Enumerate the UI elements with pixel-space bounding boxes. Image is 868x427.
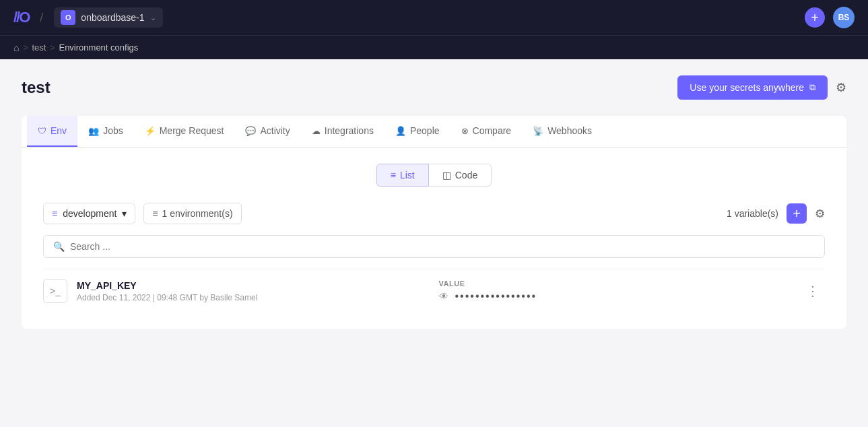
list-view-label: List	[400, 170, 415, 180]
var-more-button[interactable]: ⋮	[801, 280, 825, 302]
env-count-label: 1 environment(s)	[162, 208, 233, 219]
page-header-actions: Use your secrets anywhere ⧉ ⚙	[677, 75, 846, 100]
tab-compare[interactable]: ⊗ Compare	[450, 116, 523, 147]
breadcrumb-current: Environment configs	[59, 42, 138, 53]
jobs-tab-label: Jobs	[103, 125, 123, 136]
nav-divider: /	[40, 11, 43, 25]
tab-jobs[interactable]: 👥 Jobs	[77, 116, 134, 147]
activity-tab-icon: 💬	[245, 126, 256, 136]
page-title: test	[22, 78, 51, 97]
logo-icon: //O	[13, 9, 29, 26]
env-count-icon: ≡	[152, 208, 158, 219]
org-name: onboardbase-1	[81, 12, 144, 23]
env-tab-icon: 🛡	[38, 126, 46, 136]
toolbar-left: ≡ development ▾ ≡ 1 environment(s)	[43, 203, 242, 224]
page-header: test Use your secrets anywhere ⧉ ⚙	[22, 75, 846, 100]
add-variable-button[interactable]: +	[787, 203, 807, 224]
search-bar: 🔍	[43, 235, 825, 258]
env-count: ≡ 1 environment(s)	[143, 203, 241, 224]
search-input[interactable]	[70, 241, 815, 252]
environment-name: development	[63, 208, 116, 219]
home-icon[interactable]: ⌂	[13, 42, 19, 53]
breadcrumb: ⌂ > test > Environment configs	[0, 35, 868, 59]
use-secrets-label: Use your secrets anywhere	[690, 82, 804, 93]
toolbar-right: 1 variable(s) + ⚙	[727, 203, 825, 224]
var-info: MY_API_KEY Added Dec 11, 2022 | 09:48 GM…	[77, 280, 439, 302]
integrations-tab-icon: ☁	[312, 126, 321, 136]
user-avatar[interactable]: BS	[833, 7, 855, 28]
var-name: MY_API_KEY	[77, 280, 439, 291]
top-nav: //O / O onboardbase-1 ⌄ + BS	[0, 0, 868, 35]
list-view-button[interactable]: ≡ List	[376, 164, 429, 187]
webhooks-tab-label: Webhooks	[547, 125, 592, 136]
org-selector[interactable]: O onboardbase-1 ⌄	[54, 7, 162, 28]
webhooks-tab-icon: 📡	[533, 126, 543, 136]
tab-webhooks[interactable]: 📡 Webhooks	[522, 116, 603, 147]
integrations-tab-label: Integrations	[325, 125, 374, 136]
code-view-label: Code	[455, 170, 477, 180]
tab-merge-request[interactable]: ⚡ Merge Request	[134, 116, 235, 147]
tab-activity[interactable]: 💬 Activity	[234, 116, 300, 147]
env-stack-icon: ≡	[52, 208, 57, 219]
people-tab-label: People	[410, 125, 440, 136]
page-settings-icon[interactable]: ⚙	[836, 80, 846, 95]
env-tab-label: Env	[51, 125, 67, 136]
breadcrumb-sep-2: >	[50, 43, 55, 53]
var-value-label: VALUE	[439, 280, 801, 288]
toolbar-row: ≡ development ▾ ≡ 1 environment(s) 1 var…	[43, 203, 825, 224]
compare-tab-icon: ⊗	[461, 126, 469, 136]
people-tab-icon: 👤	[395, 126, 406, 136]
activity-tab-label: Activity	[260, 125, 290, 136]
main-content: test Use your secrets anywhere ⧉ ⚙ 🛡 Env…	[0, 59, 868, 427]
tab-env[interactable]: 🛡 Env	[27, 116, 77, 147]
env-chevron-icon: ▾	[122, 208, 127, 219]
code-view-button[interactable]: ◫ Code	[429, 164, 492, 187]
logo: //O	[13, 9, 29, 26]
use-secrets-button[interactable]: Use your secrets anywhere ⧉	[677, 75, 828, 100]
breadcrumb-link-test[interactable]: test	[32, 42, 46, 53]
toolbar-settings-icon[interactable]: ⚙	[815, 207, 825, 221]
jobs-tab-icon: 👥	[88, 126, 99, 136]
var-value-dots: ••••••••••••••••	[455, 290, 537, 302]
var-value-section: VALUE 👁 ••••••••••••••••	[439, 280, 801, 302]
add-button[interactable]: +	[805, 7, 825, 28]
table-row: >_ MY_API_KEY Added Dec 11, 2022 | 09:48…	[43, 269, 825, 313]
tab-people[interactable]: 👤 People	[385, 116, 450, 147]
environment-dropdown[interactable]: ≡ development ▾	[43, 203, 135, 224]
tabs-bar: 🛡 Env 👥 Jobs ⚡ Merge Request 💬 Activity …	[22, 116, 846, 147]
org-chevron-icon: ⌄	[150, 13, 156, 22]
code-view-icon: ◫	[442, 170, 451, 180]
var-meta: Added Dec 11, 2022 | 09:48 GMT by Basile…	[77, 293, 439, 302]
view-toggle: ≡ List ◫ Code	[43, 164, 825, 187]
compare-tab-label: Compare	[473, 125, 512, 136]
list-view-icon: ≡	[391, 170, 396, 180]
merge-request-tab-icon: ⚡	[145, 126, 156, 136]
var-count-label: 1 variable(s)	[727, 208, 778, 219]
breadcrumb-sep-1: >	[23, 43, 28, 53]
search-icon: 🔍	[53, 241, 65, 252]
org-avatar: O	[61, 10, 75, 25]
toggle-visibility-icon[interactable]: 👁	[439, 291, 448, 302]
tab-integrations[interactable]: ☁ Integrations	[301, 116, 385, 147]
external-link-icon: ⧉	[809, 82, 815, 93]
var-value-row: 👁 ••••••••••••••••	[439, 290, 801, 302]
merge-request-tab-label: Merge Request	[160, 125, 224, 136]
content-panel: ≡ List ◫ Code ≡ development ▾ ≡ 1 enviro…	[22, 147, 846, 329]
var-terminal-icon: >_	[43, 279, 67, 303]
